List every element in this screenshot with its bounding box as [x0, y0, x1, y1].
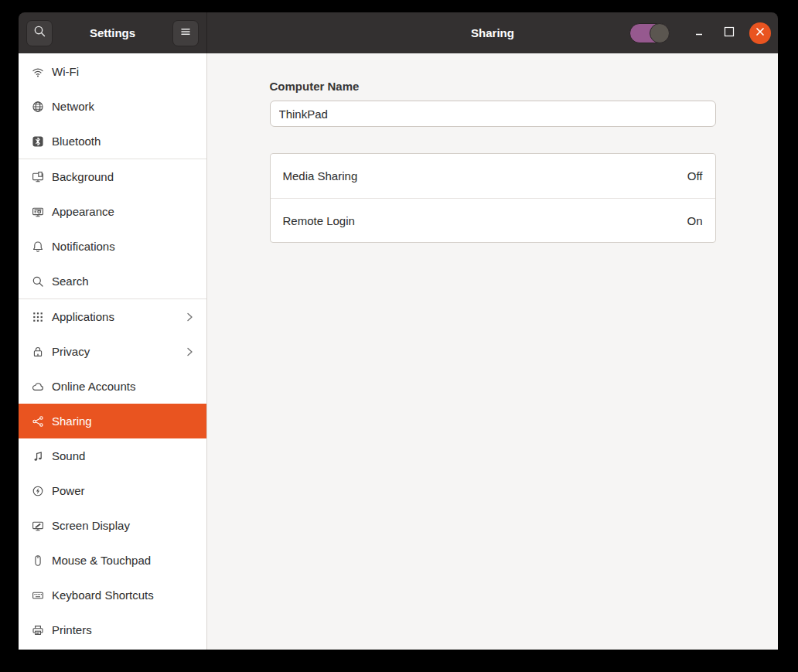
toggle-knob: [650, 23, 670, 43]
sidebar-item-label: Bluetooth: [52, 135, 196, 148]
sidebar-item-label: Privacy: [52, 345, 183, 358]
sidebar-item-search[interactable]: Search: [19, 264, 206, 298]
primary-menu-button[interactable]: [172, 20, 199, 46]
sidebar-item-label: Sharing: [52, 414, 196, 428]
sidebar-item-appearance[interactable]: Appearance: [19, 194, 206, 229]
display-pen-icon: [32, 520, 44, 532]
hamburger-menu-icon: [179, 26, 192, 41]
lock-icon: [32, 346, 44, 358]
share-nodes-icon: [32, 415, 44, 428]
search-button[interactable]: [26, 20, 53, 46]
sidebar-item-privacy[interactable]: Privacy: [19, 334, 206, 369]
sidebar-item-printers[interactable]: Printers: [19, 612, 206, 647]
sidebar-item-label: Notifications: [52, 240, 196, 253]
mouse-icon: [32, 554, 44, 567]
computer-name-label: Computer Name: [270, 80, 716, 93]
sidebar-item-power[interactable]: Power: [19, 473, 206, 508]
bell-icon: [32, 240, 44, 253]
computer-name-input[interactable]: [270, 101, 716, 127]
sidebar-item-label: Background: [52, 170, 196, 183]
power-icon: [32, 485, 44, 497]
sidebar-item-sound[interactable]: Sound: [19, 438, 206, 473]
background-monitor-icon: [32, 171, 44, 183]
app-title: Settings: [90, 26, 135, 39]
sidebar-item-label: Applications: [52, 310, 183, 323]
window-controls: [629, 22, 778, 44]
sidebar-item-label: Appearance: [52, 205, 196, 218]
settings-sidebar: Wi-Fi Network Bluetooth Background: [19, 53, 207, 650]
maximize-icon: [721, 24, 737, 43]
close-button[interactable]: [749, 22, 771, 44]
sidebar-item-notifications[interactable]: Notifications: [19, 229, 206, 264]
bluetooth-icon: [32, 135, 44, 148]
network-globe-icon: [32, 101, 44, 113]
sharing-options-card: Media Sharing Off Remote Login On: [270, 153, 716, 243]
page-title: Sharing: [471, 26, 514, 39]
media-sharing-label: Media Sharing: [283, 169, 358, 182]
titlebar-right: Sharing: [207, 12, 778, 53]
sharing-master-toggle[interactable]: [629, 23, 670, 43]
remote-login-label: Remote Login: [283, 214, 355, 227]
sidebar-item-label: Screen Display: [52, 519, 196, 532]
sidebar-item-screen-display[interactable]: Screen Display: [19, 508, 206, 543]
sidebar-item-network[interactable]: Network: [19, 89, 206, 124]
sidebar-item-label: Mouse & Touchpad: [52, 554, 196, 567]
media-sharing-row[interactable]: Media Sharing Off: [271, 154, 715, 198]
search-icon: [33, 25, 46, 41]
sidebar-item-label: Wi-Fi: [52, 65, 196, 78]
media-sharing-status: Off: [687, 169, 703, 182]
sidebar-item-sharing[interactable]: Sharing: [19, 404, 206, 438]
chevron-right-icon: [183, 311, 196, 323]
sidebar-item-keyboard-shortcuts[interactable]: Keyboard Shortcuts: [19, 578, 206, 612]
titlebar-left: Settings: [19, 12, 207, 53]
music-note-icon: [32, 450, 44, 462]
minimize-icon: [691, 24, 707, 43]
sidebar-item-label: Network: [52, 100, 196, 113]
minimize-button[interactable]: [689, 23, 709, 43]
settings-window: Settings Sharing: [19, 12, 778, 650]
close-icon: [755, 26, 766, 40]
wifi-icon: [32, 66, 44, 78]
magnifier-icon: [32, 275, 44, 288]
sidebar-item-mouse-touchpad[interactable]: Mouse & Touchpad: [19, 543, 206, 578]
remote-login-row[interactable]: Remote Login On: [271, 198, 715, 242]
chevron-right-icon: [183, 346, 196, 358]
sidebar-item-applications[interactable]: Applications: [19, 299, 206, 334]
sidebar-item-label: Printers: [52, 623, 196, 636]
sidebar-item-label: Keyboard Shortcuts: [52, 588, 196, 602]
sharing-panel: Computer Name Media Sharing Off Remote L…: [207, 53, 778, 650]
printer-icon: [32, 624, 44, 636]
sidebar-item-online-accounts[interactable]: Online Accounts: [19, 369, 206, 404]
appearance-monitor-icon: [32, 206, 44, 218]
window-body: Wi-Fi Network Bluetooth Background: [19, 53, 778, 650]
keyboard-icon: [32, 589, 44, 602]
sidebar-item-label: Online Accounts: [52, 380, 196, 393]
sidebar-item-bluetooth[interactable]: Bluetooth: [19, 124, 206, 159]
maximize-button[interactable]: [719, 23, 739, 43]
sidebar-item-label: Power: [52, 484, 196, 497]
cloud-icon: [32, 380, 44, 393]
sidebar-item-background[interactable]: Background: [19, 159, 206, 194]
sidebar-item-label: Search: [52, 275, 196, 288]
app-grid-icon: [32, 311, 44, 323]
sidebar-item-label: Sound: [52, 449, 196, 462]
titlebar: Settings Sharing: [19, 12, 778, 53]
sidebar-item-wifi[interactable]: Wi-Fi: [19, 54, 206, 89]
remote-login-status: On: [687, 214, 702, 227]
sharing-content: Computer Name Media Sharing Off Remote L…: [270, 80, 716, 243]
